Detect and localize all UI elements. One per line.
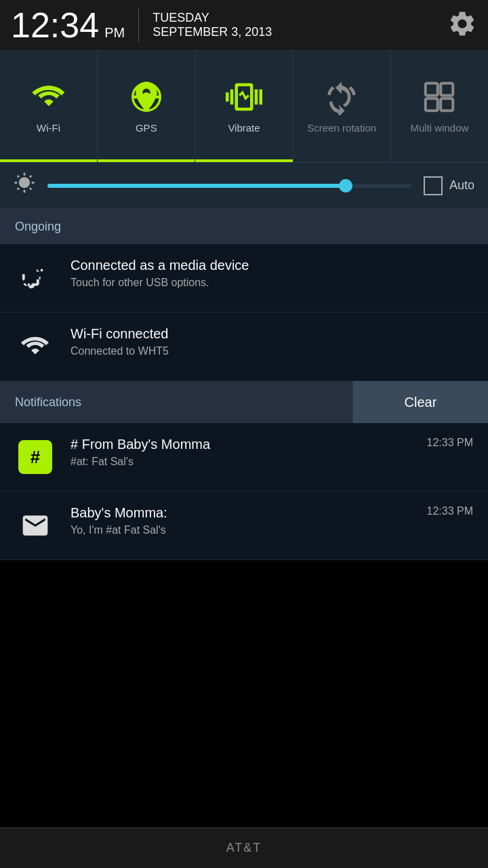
- status-divider: [138, 8, 139, 42]
- clock-ampm: PM: [104, 25, 125, 41]
- carrier-bar: AT&T: [0, 827, 488, 868]
- ongoing-title: Ongoing: [15, 220, 61, 234]
- qs-vibrate-label: Vibrate: [228, 122, 260, 134]
- brightness-slider[interactable]: [47, 184, 411, 188]
- qs-screen-rotation-label: Screen rotation: [307, 122, 376, 134]
- qs-screen-rotation[interactable]: Screen rotation: [293, 51, 391, 162]
- svg-rect-6: [426, 83, 438, 96]
- notif-foursquare-content: # From Baby's Momma 12:33 PM #at: Fat Sa…: [70, 437, 473, 468]
- qs-gps[interactable]: GPS: [98, 51, 195, 162]
- notif-message-subtitle: Yo, I'm #at Fat Sal's: [70, 524, 473, 536]
- day-name: TUESDAY: [152, 11, 272, 25]
- qs-wifi-active-bar: [0, 159, 97, 162]
- auto-label: Auto: [449, 178, 474, 193]
- notif-usb-title: Connected as a media device: [70, 258, 473, 273]
- qs-multi-window-label: Multi window: [410, 122, 468, 134]
- notif-wifi[interactable]: Wi-Fi connected Connected to WHT5: [0, 313, 488, 381]
- qs-wifi-label: Wi-Fi: [37, 122, 60, 134]
- notif-usb[interactable]: Connected as a media device Touch for ot…: [0, 244, 488, 313]
- svg-rect-8: [426, 98, 438, 111]
- notif-message-time: 12:33 PM: [427, 505, 473, 517]
- clear-label: Clear: [405, 395, 437, 410]
- qs-wifi[interactable]: Wi-Fi: [0, 51, 98, 162]
- brightness-fill: [47, 184, 346, 188]
- notif-usb-subtitle: Touch for other USB options.: [70, 277, 473, 289]
- notif-wifi-title: Wi-Fi connected: [70, 326, 473, 342]
- qs-gps-label: GPS: [136, 122, 157, 134]
- usb-icon: [15, 258, 56, 298]
- notif-wifi-content: Wi-Fi connected Connected to WHT5: [70, 326, 473, 357]
- message-icon: [15, 505, 56, 546]
- notif-foursquare-title: # From Baby's Momma: [70, 437, 210, 452]
- notif-foursquare-time: 12:33 PM: [427, 437, 473, 449]
- qs-gps-active-bar: [98, 159, 195, 162]
- notif-foursquare-subtitle: #at: Fat Sal's: [70, 456, 473, 468]
- carrier-name: AT&T: [226, 841, 262, 855]
- svg-rect-9: [441, 98, 453, 111]
- notif-wifi-subtitle: Connected to WHT5: [70, 345, 473, 357]
- brightness-icon: [14, 172, 35, 199]
- settings-icon[interactable]: [447, 9, 477, 41]
- brightness-thumb: [339, 179, 352, 193]
- status-bar: 12:34 PM TUESDAY SEPTEMBER 3, 2013: [0, 0, 488, 51]
- brightness-row: Auto: [0, 163, 488, 209]
- svg-rect-7: [441, 83, 453, 96]
- notif-usb-content: Connected as a media device Touch for ot…: [70, 258, 473, 289]
- notifications-header: Notifications Clear: [0, 381, 488, 423]
- notif-message-content: Baby's Momma: 12:33 PM Yo, I'm #at Fat S…: [70, 505, 473, 536]
- date-full: SEPTEMBER 3, 2013: [152, 25, 272, 39]
- qs-vibrate-active-bar: [195, 159, 292, 162]
- notif-message-title: Baby's Momma:: [70, 505, 167, 521]
- foursquare-icon: #: [15, 437, 56, 477]
- notif-message[interactable]: Baby's Momma: 12:33 PM Yo, I'm #at Fat S…: [0, 492, 488, 560]
- ongoing-section-header: Ongoing: [0, 209, 488, 244]
- qs-vibrate[interactable]: Vibrate: [195, 51, 293, 162]
- auto-checkbox[interactable]: [424, 176, 443, 195]
- notifications-title-wrap: Notifications: [0, 395, 352, 410]
- notifications-title: Notifications: [15, 395, 81, 409]
- wifi-connected-icon: [15, 326, 56, 367]
- date-block: TUESDAY SEPTEMBER 3, 2013: [152, 11, 272, 39]
- clock-time: 12:34: [11, 7, 99, 43]
- notif-foursquare[interactable]: # # From Baby's Momma 12:33 PM #at: Fat …: [0, 423, 488, 492]
- quick-settings-panel: Wi-Fi GPS Vibrate Screen rotation: [0, 51, 488, 163]
- clear-button[interactable]: Clear: [352, 381, 488, 423]
- auto-block: Auto: [424, 176, 474, 195]
- time-block: 12:34 PM: [11, 7, 125, 43]
- qs-multi-window[interactable]: Multi window: [391, 51, 488, 162]
